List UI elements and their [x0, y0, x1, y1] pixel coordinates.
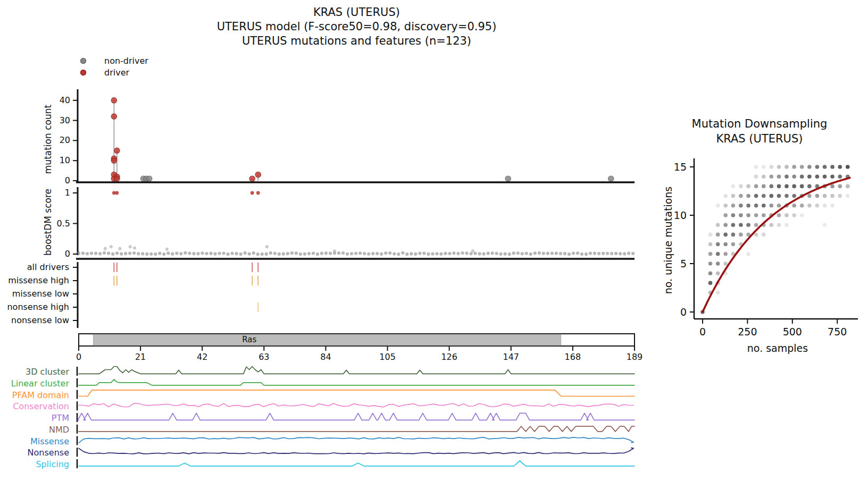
ds-ytick-label: 0: [680, 306, 687, 318]
boostdm-zero-point: [427, 252, 430, 256]
boostdm-zero-point: [563, 252, 566, 255]
boostdm-zero-point: [137, 252, 140, 255]
boostdm-zero-point: [354, 252, 357, 255]
ds-scatter-dot: [807, 194, 812, 198]
ds-scatter-dot: [731, 194, 736, 198]
boostdm-zero-point: [278, 252, 281, 256]
boostdm-zero-point: [337, 251, 340, 255]
boostdm-zero-point: [567, 252, 571, 256]
boostdm-zero-point: [273, 252, 277, 255]
domain-ras: [94, 334, 561, 345]
ds-scatter-dot: [723, 204, 728, 208]
ytick-label-needle: 20: [60, 135, 70, 145]
boostdm-zero-point: [380, 252, 383, 256]
ds-scatter-dot: [716, 252, 720, 256]
boostdm-zero-point: [521, 252, 524, 255]
boostdm-zero-point: [312, 251, 315, 255]
legend-label-driver: driver: [104, 67, 129, 78]
boostdm-zero-point: [307, 252, 311, 255]
boostdm-zero-point: [320, 252, 323, 255]
ds-scatter-dot: [739, 194, 743, 198]
ds-scatter-dot: [716, 291, 720, 295]
ds-scatter-dot: [770, 165, 774, 169]
ds-scatter-dot: [830, 165, 834, 169]
boostdm-zero-point: [290, 251, 294, 255]
boostdm-zero-point: [94, 252, 97, 255]
boostdm-zero-point: [461, 251, 464, 255]
ds-scatter-dot: [723, 223, 728, 227]
boostdm-zero-point: [606, 252, 609, 255]
boostdm-raised-point: [104, 247, 107, 250]
ds-scatter-dot: [762, 165, 766, 169]
boostdm-zero-point: [627, 251, 630, 255]
ds-scatter-dot: [731, 233, 736, 237]
boostdm-zero-point: [585, 252, 588, 256]
boostdm-zero-point: [538, 251, 541, 255]
feature-line-pfam-domain: [79, 390, 635, 396]
ds-scatter-dot: [784, 174, 789, 179]
ds-scatter-dot: [807, 165, 812, 169]
boostdm-zero-point: [358, 251, 362, 255]
ds-scatter-dot: [762, 204, 766, 208]
xtick-label: 21: [135, 352, 146, 362]
boostdm-zero-point: [282, 252, 285, 256]
boostdm-zero-point: [261, 252, 264, 256]
xtick-label: 147: [503, 352, 519, 362]
boostdm-zero-point: [448, 252, 451, 255]
boostdm-zero-point: [175, 252, 178, 255]
boostdm-zero-point: [295, 251, 298, 255]
ds-scatter-dot: [815, 165, 820, 169]
feature-label-pfam-domain: PFAM domain: [12, 390, 69, 400]
ds-scatter-dot: [746, 184, 750, 189]
track-row-label: nonsense low: [11, 315, 69, 325]
driver-point: [249, 176, 255, 181]
ds-scatter-dot: [716, 261, 720, 266]
boostdm-zero-point: [516, 251, 520, 255]
boostdm-zero-point: [619, 252, 622, 255]
ds-scatter-dot: [830, 204, 834, 208]
ds-scatter-dot: [716, 233, 720, 237]
boostdm-raised-point: [265, 245, 269, 248]
ytick-label-needle: 30: [60, 115, 70, 125]
boostdm-zero-point: [132, 251, 136, 255]
boostdm-zero-point: [120, 252, 123, 255]
feature-label-3d-cluster: 3D cluster: [26, 367, 69, 377]
ds-scatter-dot: [792, 204, 796, 208]
xtick-label: 0: [76, 352, 81, 362]
boostdm-zero-point: [504, 252, 507, 256]
xtick-label: 42: [197, 352, 207, 362]
feature-label-splicing: Splicing: [36, 459, 69, 469]
ds-scatter-dot: [746, 194, 750, 198]
boostdm-zero-point: [405, 252, 408, 256]
ds-scatter-dot: [762, 184, 766, 189]
ds-scatter-dot: [708, 233, 713, 237]
ds-scatter-dot: [838, 184, 842, 189]
boostdm-zero-point: [213, 252, 216, 255]
ds-scatter-dot: [823, 165, 827, 169]
boostdm-zero-point: [188, 251, 191, 255]
driver-point: [114, 148, 120, 153]
ds-scatter-dot: [731, 204, 736, 208]
ds-scatter-dot: [823, 223, 827, 227]
driver-point: [111, 114, 116, 119]
ds-ytick-label: 5: [680, 258, 687, 269]
ds-scatter-dot: [739, 213, 743, 217]
ds-scatter-dot: [770, 223, 774, 227]
ds-scatter-dot: [723, 242, 728, 247]
boostdm-zero-point: [218, 252, 221, 255]
ds-scatter-dot: [815, 174, 820, 179]
non-driver-point: [505, 176, 511, 181]
boostdm-zero-point: [487, 252, 490, 255]
non-driver-point: [608, 176, 614, 181]
boostdm-zero-point: [533, 251, 537, 255]
ds-scatter-dot: [731, 184, 736, 189]
non-driver-point: [146, 176, 152, 181]
ds-xlabel: no. samples: [747, 342, 808, 354]
boostdm-zero-point: [631, 252, 635, 255]
xtick-label: 84: [320, 352, 331, 362]
boostdm-zero-point: [269, 251, 272, 255]
ytick-label-needle: 10: [60, 155, 70, 165]
feature-label-linear-cluster: Linear cluster: [11, 378, 70, 389]
ds-scatter-dot: [784, 223, 789, 227]
boostdm-zero-point: [90, 251, 93, 255]
